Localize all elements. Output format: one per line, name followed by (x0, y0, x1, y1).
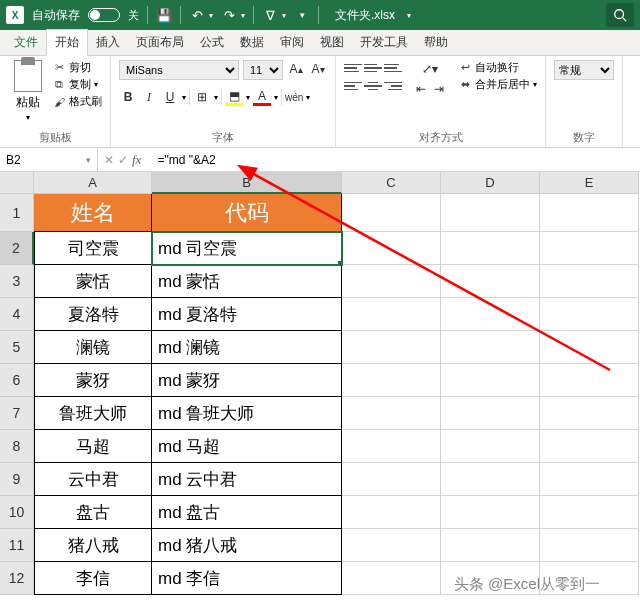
tab-开发工具[interactable]: 开发工具 (352, 30, 416, 55)
cut-button[interactable]: ✂剪切 (52, 60, 102, 75)
cell-B8[interactable]: md 马超 (152, 430, 342, 463)
align-middle-button[interactable] (364, 60, 382, 76)
tab-页面布局[interactable]: 页面布局 (128, 30, 192, 55)
fill-color-button[interactable]: ⬒ (225, 88, 243, 106)
cell-B10[interactable]: md 盘古 (152, 496, 342, 529)
align-right-button[interactable] (384, 78, 402, 94)
align-bottom-button[interactable] (384, 60, 402, 76)
cell-A2[interactable]: 司空震 (34, 232, 152, 265)
cell-A12[interactable]: 李信 (34, 562, 152, 595)
undo-icon[interactable]: ↶ (189, 7, 205, 23)
tab-文件[interactable]: 文件 (6, 30, 46, 55)
cell-A4[interactable]: 夏洛特 (34, 298, 152, 331)
column-header-A[interactable]: A (34, 172, 152, 194)
cell-A6[interactable]: 蒙犽 (34, 364, 152, 397)
cell-A1[interactable]: 姓名 (34, 194, 152, 232)
cell-D7[interactable] (441, 397, 540, 430)
cell-E6[interactable] (540, 364, 639, 397)
name-box[interactable]: B2 ▾ (0, 148, 98, 171)
cell-A9[interactable]: 云中君 (34, 463, 152, 496)
autosave-toggle[interactable] (88, 8, 120, 22)
undo-caret[interactable]: ▾ (209, 11, 213, 20)
cell-E5[interactable] (540, 331, 639, 364)
row-header-9[interactable]: 9 (0, 463, 34, 496)
cell-D9[interactable] (441, 463, 540, 496)
cell-A10[interactable]: 盘古 (34, 496, 152, 529)
font-family-select[interactable]: MiSans (119, 60, 239, 80)
cell-C8[interactable] (342, 430, 441, 463)
cell-D5[interactable] (441, 331, 540, 364)
cell-D3[interactable] (441, 265, 540, 298)
tab-帮助[interactable]: 帮助 (416, 30, 456, 55)
cell-C11[interactable] (342, 529, 441, 562)
tab-数据[interactable]: 数据 (232, 30, 272, 55)
cell-C4[interactable] (342, 298, 441, 331)
cell-A8[interactable]: 马超 (34, 430, 152, 463)
cell-C10[interactable] (342, 496, 441, 529)
row-header-4[interactable]: 4 (0, 298, 34, 331)
cell-B6[interactable]: md 蒙犽 (152, 364, 342, 397)
cell-D8[interactable] (441, 430, 540, 463)
title-caret[interactable]: ▾ (407, 11, 411, 20)
phonetic-button[interactable]: wén (285, 88, 303, 106)
tab-开始[interactable]: 开始 (46, 29, 88, 56)
cell-B7[interactable]: md 鲁班大师 (152, 397, 342, 430)
fx-icon[interactable]: fx (132, 152, 141, 168)
cell-C9[interactable] (342, 463, 441, 496)
border-button[interactable]: ⊞ (193, 88, 211, 106)
row-header-6[interactable]: 6 (0, 364, 34, 397)
cell-B5[interactable]: md 澜镜 (152, 331, 342, 364)
italic-button[interactable]: I (140, 88, 158, 106)
cell-C3[interactable] (342, 265, 441, 298)
cell-B12[interactable]: md 李信 (152, 562, 342, 595)
search-button[interactable] (606, 3, 634, 27)
cell-E7[interactable] (540, 397, 639, 430)
cell-D11[interactable] (441, 529, 540, 562)
row-header-5[interactable]: 5 (0, 331, 34, 364)
cell-A11[interactable]: 猪八戒 (34, 529, 152, 562)
cell-E4[interactable] (540, 298, 639, 331)
number-format-select[interactable]: 常规 (554, 60, 614, 80)
tab-视图[interactable]: 视图 (312, 30, 352, 55)
cell-B3[interactable]: md 蒙恬 (152, 265, 342, 298)
wrap-text-button[interactable]: ↩自动换行 (458, 60, 537, 75)
cells-area[interactable]: 姓名代码司空震md 司空震蒙恬md 蒙恬夏洛特md 夏洛特澜镜md 澜镜蒙犽md… (34, 194, 639, 595)
increase-font-button[interactable]: A▴ (287, 60, 305, 78)
filter-icon[interactable]: ∇ (262, 7, 278, 23)
select-all-corner[interactable] (0, 172, 34, 194)
cell-C1[interactable] (342, 194, 441, 232)
cell-E3[interactable] (540, 265, 639, 298)
redo-caret[interactable]: ▾ (241, 11, 245, 20)
cell-A3[interactable]: 蒙恬 (34, 265, 152, 298)
paste-button[interactable]: 粘贴 ▾ (8, 60, 48, 122)
save-icon[interactable]: 💾 (156, 7, 172, 23)
cell-D6[interactable] (441, 364, 540, 397)
underline-button[interactable]: U (161, 88, 179, 106)
copy-button[interactable]: ⧉复制 ▾ (52, 77, 102, 92)
align-center-button[interactable] (364, 78, 382, 94)
row-header-7[interactable]: 7 (0, 397, 34, 430)
cell-B4[interactable]: md 夏洛特 (152, 298, 342, 331)
cell-B2[interactable]: md 司空震 (152, 232, 342, 265)
tab-审阅[interactable]: 审阅 (272, 30, 312, 55)
row-header-12[interactable]: 12 (0, 562, 34, 595)
cell-D2[interactable] (441, 232, 540, 265)
decrease-font-button[interactable]: A▾ (309, 60, 327, 78)
cell-C6[interactable] (342, 364, 441, 397)
row-header-8[interactable]: 8 (0, 430, 34, 463)
font-color-button[interactable]: A (253, 88, 271, 106)
cell-D10[interactable] (441, 496, 540, 529)
row-header-11[interactable]: 11 (0, 529, 34, 562)
tab-插入[interactable]: 插入 (88, 30, 128, 55)
cell-C12[interactable] (342, 562, 441, 595)
cancel-formula-icon[interactable]: ✕ (104, 153, 114, 167)
cell-E11[interactable] (540, 529, 639, 562)
align-left-button[interactable] (344, 78, 362, 94)
decrease-indent-button[interactable]: ⇤ (412, 80, 430, 98)
font-size-select[interactable]: 11 (243, 60, 283, 80)
bold-button[interactable]: B (119, 88, 137, 106)
row-header-10[interactable]: 10 (0, 496, 34, 529)
cell-A5[interactable]: 澜镜 (34, 331, 152, 364)
filter-caret[interactable]: ▾ (282, 11, 286, 20)
cell-B1[interactable]: 代码 (152, 194, 342, 232)
